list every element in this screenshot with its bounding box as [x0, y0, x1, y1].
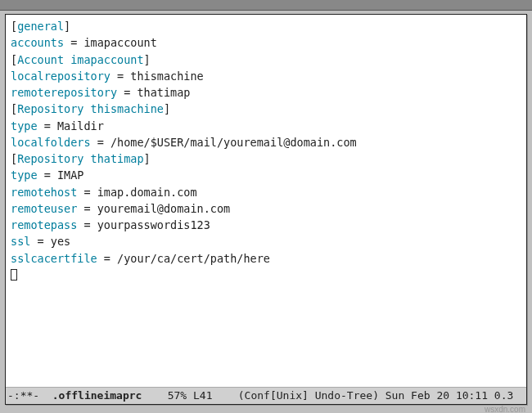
buffer-line: [general] — [11, 18, 521, 34]
modeline-filename: .offlineimaprc — [52, 389, 142, 402]
buffer-line: remoterepository = thatimap — [11, 84, 521, 101]
buffer-line: [Repository thatimap] — [11, 150, 521, 167]
buffer-line: ssl = yes — [11, 233, 521, 249]
buffer-line: accounts = imapaccount — [11, 34, 521, 51]
buffer-line: remoteuser = youremail@domain.com — [11, 200, 521, 217]
buffer-line: sslcacertfile = /your/ca/cert/path/here — [11, 250, 521, 267]
buffer-line: type = Maildir — [11, 118, 521, 134]
modeline-modes: (Conf[Unix] Undo-Tree) — [238, 389, 385, 402]
cursor-line — [11, 267, 521, 283]
buffer-line: localrepository = thismachine — [11, 68, 521, 84]
buffer-line: remotehost = imap.domain.com — [11, 184, 521, 200]
modeline-time: Sun Feb 20 10:11 0.3 — [385, 389, 514, 402]
buffer-line: type = IMAP — [11, 167, 521, 183]
window-titlebar — [0, 0, 532, 11]
modeline-status: -:**- — [7, 389, 52, 402]
modeline: -:**- .offlineimaprc 57% L41 (Conf[Unix]… — [6, 387, 526, 404]
editor-frame: [general]accounts = imapaccount[Account … — [5, 14, 527, 405]
modeline-position: 57% L41 — [142, 389, 237, 402]
buffer-line: [Account imapaccount] — [11, 52, 521, 68]
watermark: wsxdn.com — [485, 405, 525, 413]
buffer-line: [Repository thismachine] — [11, 101, 521, 117]
editor-buffer[interactable]: [general]accounts = imapaccount[Account … — [6, 15, 526, 387]
buffer-line: localfolders = /home/$USER/mail/youremai… — [11, 134, 521, 150]
text-cursor — [11, 269, 17, 281]
buffer-line: remotepass = yourpasswordis123 — [11, 217, 521, 233]
